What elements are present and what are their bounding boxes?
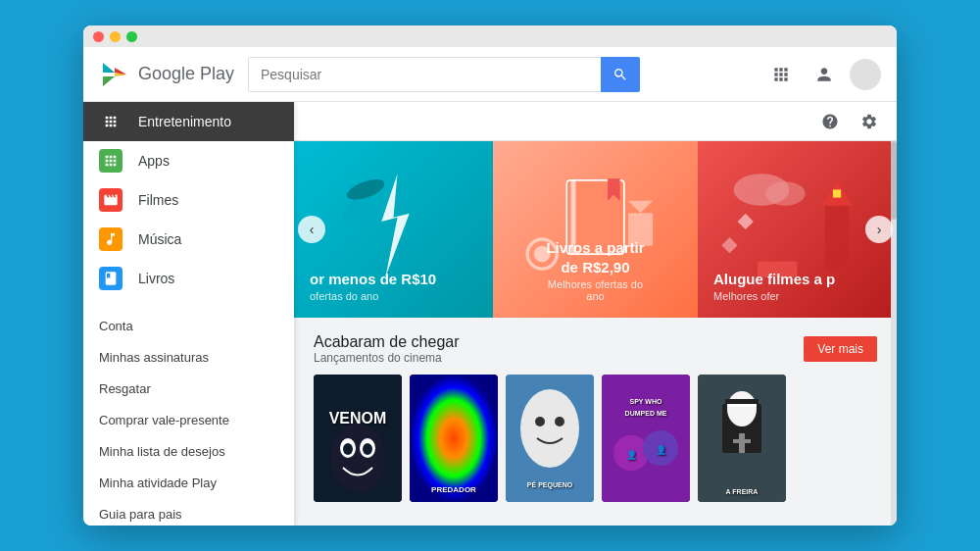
svg-text:DUMPED ME: DUMPED ME [625, 410, 667, 417]
settings-button[interactable] [854, 106, 885, 137]
avatar-button[interactable] [850, 59, 881, 90]
carousel-next-button[interactable]: › [865, 216, 893, 243]
svg-text:A FREIRA: A FREIRA [726, 488, 759, 495]
svg-rect-16 [833, 189, 841, 197]
sidebar-item-vale-presente[interactable]: Comprar vale-presente [83, 404, 294, 435]
svg-point-5 [337, 183, 386, 228]
sidebar-item-books[interactable]: Livros [83, 259, 294, 298]
help-button[interactable] [814, 106, 846, 137]
header-icons [763, 57, 881, 92]
movie-card-spy[interactable]: SPY WHO DUMPED ME 👤 👤 [602, 375, 690, 502]
svg-marker-13 [628, 201, 653, 214]
sidebar: Entretenimento Apps [83, 102, 294, 526]
maximize-dot[interactable] [126, 31, 137, 42]
movie-card-freira[interactable]: A FREIRA [698, 375, 786, 502]
search-input[interactable] [248, 57, 601, 92]
sidebar-item-resgatar[interactable]: Resgatar [83, 373, 294, 404]
carousel-prev-button[interactable]: ‹ [298, 216, 325, 243]
venom-art: VENOM [314, 375, 402, 502]
svg-rect-47 [725, 399, 759, 404]
account-icon [814, 65, 834, 84]
svg-rect-36 [602, 375, 690, 502]
svg-text:SPY WHO: SPY WHO [630, 398, 662, 405]
search-bar [248, 57, 640, 92]
movie-grid: VENOM [314, 375, 877, 502]
predador-poster: PREDADOR [410, 375, 498, 502]
header: Google Play [83, 47, 897, 102]
movies-label: Filmes [138, 192, 178, 208]
banner-carousel: ‹ or menos de R$10 ofertas do ano [294, 141, 897, 318]
play-logo-icon [99, 59, 130, 90]
freira-poster: A FREIRA [698, 375, 786, 502]
movie-card-venom[interactable]: VENOM [314, 375, 402, 502]
sidebar-item-conta[interactable]: Conta [83, 310, 294, 341]
sidebar-item-apps[interactable]: Apps [83, 141, 294, 180]
apps-grid-icon [103, 153, 119, 169]
sidebar-item-movies[interactable]: Filmes [83, 180, 294, 220]
sidebar-item-entertainment[interactable]: Entretenimento [83, 102, 294, 141]
nav-main: Entretenimento Apps [83, 102, 294, 298]
svg-rect-49 [733, 439, 751, 443]
content-area: Entretenimento Apps [83, 102, 897, 526]
books-icon-svg [103, 271, 119, 286]
banner-teal-text: or menos de R$10 ofertas do ano [310, 270, 436, 303]
banner-slide-coral[interactable]: Livros a partir de R$2,90 Melhores ofert… [493, 141, 698, 318]
svg-text:PÉ PEQUENO: PÉ PEQUENO [527, 480, 573, 489]
movie-card-predador[interactable]: PREDADOR [410, 375, 498, 502]
svg-rect-14 [825, 206, 849, 270]
spy-art: SPY WHO DUMPED ME 👤 👤 [602, 375, 690, 502]
apps-icon [99, 149, 122, 173]
search-button[interactable] [601, 57, 640, 92]
movie-card-pe-pequeno[interactable]: PÉ PEQUENO [506, 375, 594, 502]
movies-play-icon [103, 192, 119, 208]
entertainment-grid-icon [103, 114, 119, 129]
freira-art: A FREIRA [698, 375, 786, 502]
main-content: ‹ or menos de R$10 ofertas do ano [294, 102, 897, 526]
account-icon-button[interactable] [807, 57, 842, 92]
banner-red-subtitle: Melhores ofer [713, 290, 835, 302]
banner-teal-title: or menos de R$10 [310, 270, 436, 289]
banner-red-title: Alugue filmes a p [713, 270, 835, 289]
close-dot[interactable] [93, 31, 104, 42]
svg-marker-1 [103, 76, 115, 86]
banner-coral-text: Livros a partir de R$2,90 Melhores ofert… [544, 238, 647, 302]
banner-red-text: Alugue filmes a p Melhores ofer [713, 270, 835, 303]
svg-point-17 [734, 174, 790, 205]
entertainment-icon [99, 110, 122, 133]
svg-marker-21 [721, 237, 737, 253]
banner-coral-title: Livros a partir de R$2,90 [544, 238, 647, 276]
apps-label: Apps [138, 153, 170, 169]
titlebar [83, 25, 897, 47]
toolbar-strip [294, 102, 897, 141]
svg-point-27 [343, 443, 353, 455]
section-title: Acabaram de chegar [314, 333, 460, 351]
scrollbar-thumb[interactable] [891, 141, 897, 220]
svg-point-32 [520, 389, 579, 468]
svg-rect-29 [410, 375, 498, 502]
minimize-dot[interactable] [110, 31, 121, 42]
banner-coral-subtitle: Melhores ofertas do ano [544, 278, 647, 302]
sidebar-item-lista-desejos[interactable]: Minha lista de desejos [83, 435, 294, 467]
svg-marker-9 [608, 178, 620, 201]
sidebar-item-atividade[interactable]: Minha atividade Play [83, 467, 294, 498]
movies-section: Acabaram de chegar Lançamentos do cinema… [294, 318, 897, 502]
svg-text:👤: 👤 [656, 444, 667, 456]
sidebar-item-music[interactable]: Música [83, 220, 294, 259]
see-more-button[interactable]: Ver mais [804, 336, 877, 362]
sidebar-item-guia-pais[interactable]: Guia para pais [83, 498, 294, 526]
svg-marker-15 [821, 181, 853, 205]
svg-point-28 [363, 443, 372, 455]
scrollbar[interactable] [891, 141, 897, 526]
section-subtitle: Lançamentos do cinema [314, 351, 460, 365]
section-header: Acabaram de chegar Lançamentos do cinema… [314, 333, 877, 365]
sidebar-item-assinaturas[interactable]: Minhas assinaturas [83, 341, 294, 373]
movies-icon [99, 188, 122, 212]
books-label: Livros [138, 271, 174, 286]
svg-point-34 [555, 417, 564, 426]
svg-point-45 [727, 391, 757, 426]
pe-pequeno-art: PÉ PEQUENO [506, 375, 594, 502]
svg-text:👤: 👤 [626, 449, 638, 461]
pe-pequeno-poster: PÉ PEQUENO [506, 375, 594, 502]
nav-secondary: Conta Minhas assinaturas Resgatar Compra… [83, 306, 294, 526]
grid-icon-button[interactable] [763, 57, 799, 92]
